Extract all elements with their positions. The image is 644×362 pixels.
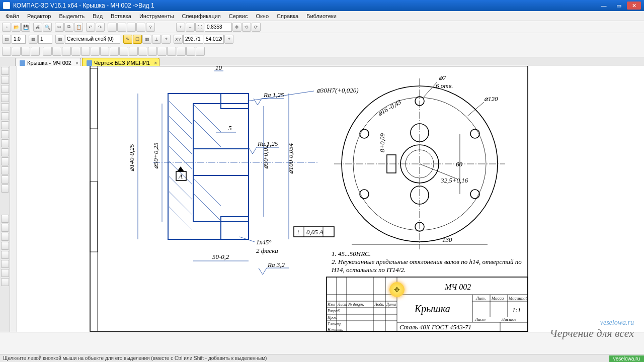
pan-icon[interactable]: ✥	[232, 23, 242, 32]
menu-help[interactable]: Справка	[273, 12, 302, 20]
copy-icon[interactable]: ⧉	[64, 23, 73, 32]
tool-ex5-icon[interactable]	[1, 251, 9, 259]
minimize-button[interactable]: —	[597, 2, 611, 10]
tb-a[interactable]	[108, 23, 117, 32]
svg-line-17	[169, 192, 192, 215]
sn13-icon[interactable]	[119, 47, 128, 56]
grid-icon[interactable]: ▦	[142, 35, 151, 44]
layer-mgr-icon[interactable]: ▦	[55, 35, 64, 44]
sn4-icon[interactable]	[31, 47, 40, 56]
tool-ex3-icon[interactable]	[1, 233, 9, 241]
tool-spline-icon[interactable]	[1, 112, 9, 120]
sn11-icon[interactable]	[100, 47, 109, 56]
tb-c[interactable]	[127, 23, 136, 32]
tool-hatch-icon[interactable]	[1, 139, 9, 147]
new-icon[interactable]: ▫	[2, 23, 11, 32]
zoom-fit-icon[interactable]: ⛶	[195, 23, 204, 32]
coord-pick-icon[interactable]: ⌖	[224, 35, 233, 44]
sn1-icon[interactable]	[2, 47, 11, 56]
undo-icon[interactable]: ↶	[86, 23, 95, 32]
tool-ex8-icon[interactable]	[1, 278, 9, 286]
tool-point-icon[interactable]	[1, 121, 9, 129]
paste-icon[interactable]: 📋	[74, 23, 83, 32]
sn3-icon[interactable]	[21, 47, 30, 56]
preview-icon[interactable]: 🔍	[43, 23, 52, 32]
coord-icon[interactable]: XY	[174, 35, 183, 44]
svg-point-49	[360, 129, 369, 138]
sn21-icon[interactable]	[196, 47, 205, 56]
workarea: ⌀140-0,25 ⌀50+0,25 ⌀90-0,02 ⌀100-0,054 ⌀…	[0, 66, 644, 332]
tool-text-icon[interactable]	[1, 130, 9, 138]
tool-arc-icon[interactable]	[1, 94, 9, 102]
menu-service[interactable]: Сервис	[225, 12, 252, 20]
scale-idx-input[interactable]	[38, 35, 52, 44]
sn17-icon[interactable]	[157, 47, 167, 56]
tb-b[interactable]	[117, 23, 126, 32]
help-icon[interactable]: ?	[146, 23, 155, 32]
tool-rect-icon[interactable]	[1, 103, 9, 111]
sn6-icon[interactable]	[52, 47, 61, 56]
save-icon[interactable]: 💾	[21, 23, 30, 32]
menu-view[interactable]: Вид	[89, 12, 106, 20]
tool-edit-icon[interactable]	[1, 166, 9, 174]
menu-edit[interactable]: Редактор	[24, 12, 54, 20]
menu-window[interactable]: Окно	[252, 12, 272, 20]
sn10-icon[interactable]	[91, 47, 100, 56]
maximize-button[interactable]: ▭	[612, 2, 626, 10]
sn14-icon[interactable]	[129, 47, 138, 56]
drawing-canvas[interactable]: ⌀140-0,25 ⌀50+0,25 ⌀90-0,02 ⌀100-0,054 ⌀…	[10, 66, 644, 332]
tab-close-icon[interactable]: ×	[154, 60, 157, 66]
close-button[interactable]: ✕	[627, 2, 641, 10]
sn9-icon[interactable]	[81, 47, 90, 56]
ortho-icon[interactable]: ⊥	[152, 35, 161, 44]
scale-input[interactable]	[12, 35, 26, 44]
tool-ex1-icon[interactable]	[1, 215, 9, 223]
rotate-icon[interactable]: ⟲	[242, 23, 251, 32]
tool-line-icon[interactable]	[1, 76, 9, 84]
tool-dim-icon[interactable]	[1, 148, 9, 156]
layer-name-input[interactable]	[65, 35, 120, 44]
zoom-out-icon[interactable]: −	[186, 23, 195, 32]
coord-x-input[interactable]	[183, 35, 203, 44]
menu-insert[interactable]: Вставка	[107, 12, 135, 20]
sn20-icon[interactable]	[186, 47, 195, 56]
menu-spec[interactable]: Спецификация	[179, 12, 224, 20]
sn2-icon[interactable]	[12, 47, 21, 56]
tool-ex2-icon[interactable]	[1, 224, 9, 232]
tool-select-icon[interactable]	[1, 67, 9, 75]
refresh-icon[interactable]: ⟳	[252, 23, 261, 32]
tool-circle-icon[interactable]	[1, 85, 9, 93]
sn12-icon[interactable]	[110, 47, 119, 56]
zoom-in-icon[interactable]: +	[176, 23, 185, 32]
menu-file[interactable]: Файл	[2, 12, 23, 20]
snap-icon[interactable]: ⌖	[162, 35, 171, 44]
layer-tool-icon[interactable]: ▤	[2, 35, 11, 44]
menu-tools[interactable]: Инструменты	[136, 12, 178, 20]
print-icon[interactable]: 🖨	[33, 23, 42, 32]
sn8-icon[interactable]	[71, 47, 80, 56]
sn7-icon[interactable]	[62, 47, 71, 56]
sn19-icon[interactable]	[177, 47, 186, 56]
cut-icon[interactable]: ✂	[55, 23, 64, 32]
tool-ex6-icon[interactable]	[1, 260, 9, 268]
open-icon[interactable]: 📂	[12, 23, 21, 32]
sn5-icon[interactable]	[43, 47, 52, 56]
tool-ex4-icon[interactable]	[1, 242, 9, 250]
tool-measure-icon[interactable]	[1, 185, 9, 193]
sn18-icon[interactable]	[167, 47, 176, 56]
sn16-icon[interactable]	[148, 47, 157, 56]
tb-d[interactable]	[136, 23, 145, 32]
menu-select[interactable]: Выделить	[55, 12, 88, 20]
tool-param-icon[interactable]	[1, 175, 9, 184]
sn15-icon[interactable]	[138, 47, 147, 56]
tab-close-icon[interactable]: ×	[75, 60, 78, 66]
redo-icon[interactable]: ↷	[96, 23, 105, 32]
zoom-input[interactable]	[205, 23, 232, 32]
view-icon[interactable]: ▦	[29, 35, 38, 44]
tool-geom-icon[interactable]	[1, 157, 9, 165]
snap-a-icon[interactable]: ✎	[123, 35, 132, 44]
menu-libs[interactable]: Библиотеки	[303, 12, 340, 20]
snap-b-icon[interactable]: ☐	[133, 35, 142, 44]
tool-ex7-icon[interactable]	[1, 269, 9, 277]
coord-y-input[interactable]	[204, 35, 224, 44]
